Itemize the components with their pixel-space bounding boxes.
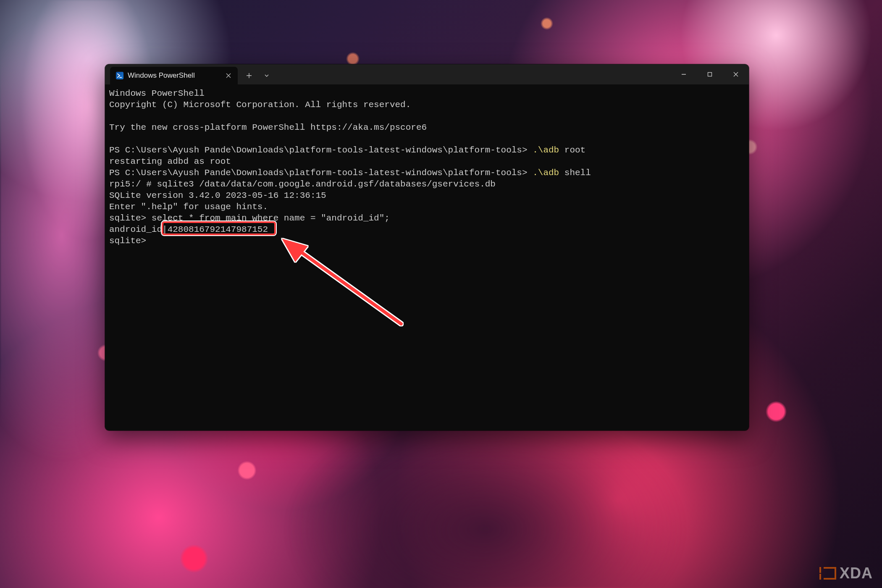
- result-key: android_id|: [109, 225, 168, 234]
- sqlite-prompt: sqlite>: [109, 236, 146, 246]
- cmd-text: shell: [564, 168, 591, 178]
- tab-powershell[interactable]: Windows PowerShell: [110, 67, 238, 84]
- cmd-text: .: [533, 168, 538, 178]
- svg-rect-2: [708, 73, 712, 76]
- tab-dropdown-button[interactable]: [259, 68, 275, 83]
- tabstrip-actions: [238, 64, 275, 84]
- output-line: restarting adbd as root: [109, 157, 231, 166]
- output-line: sqlite> select * from main where name = …: [109, 213, 390, 223]
- svg-line-3: [294, 247, 401, 324]
- output-line: Enter ".help" for usage hints.: [109, 202, 268, 212]
- prompt: PS C:\Users\Ayush Pande\Downloads\platfo…: [109, 168, 533, 178]
- maximize-button[interactable]: [697, 64, 723, 84]
- output-line: Try the new cross-platform PowerShell ht…: [109, 123, 427, 132]
- output-line: Copyright (C) Microsoft Corporation. All…: [109, 100, 411, 110]
- new-tab-button[interactable]: [241, 68, 257, 83]
- tab-close-button[interactable]: [223, 71, 234, 81]
- result-value-android-id: 4280816792147987152: [168, 225, 268, 234]
- watermark: XDA: [824, 564, 873, 582]
- cmd-text: \adb: [538, 168, 564, 178]
- cmd-text: .: [533, 145, 538, 155]
- window-controls: [671, 64, 749, 84]
- output-line: SQLite version 3.42.0 2023-05-16 12:36:1…: [109, 191, 326, 200]
- terminal-window: Windows PowerShell Windows Po: [105, 64, 749, 430]
- minimize-button[interactable]: [671, 64, 697, 84]
- output-line: Windows PowerShell: [109, 89, 205, 98]
- watermark-logo-icon: [824, 567, 836, 580]
- titlebar[interactable]: Windows PowerShell: [105, 64, 749, 84]
- powershell-icon: [116, 72, 123, 79]
- watermark-text: XDA: [840, 564, 873, 582]
- cmd-text: \adb: [538, 145, 564, 155]
- tab-title: Windows PowerShell: [128, 71, 195, 80]
- terminal-output[interactable]: Windows PowerShell Copyright (C) Microso…: [105, 84, 749, 430]
- close-button[interactable]: [723, 64, 749, 84]
- cmd-text: root: [564, 145, 585, 155]
- annotation-arrow: [271, 229, 414, 339]
- svg-marker-4: [282, 239, 308, 262]
- output-line: rpi5:/ # sqlite3 /data/data/com.google.a…: [109, 179, 496, 189]
- prompt: PS C:\Users\Ayush Pande\Downloads\platfo…: [109, 145, 533, 155]
